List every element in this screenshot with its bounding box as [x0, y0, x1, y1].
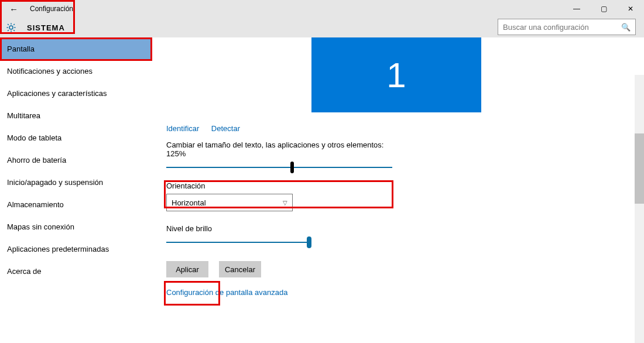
sidebar-item-almacenamiento[interactable]: Almacenamiento: [0, 193, 152, 215]
sidebar: Pantalla Notificaciones y acciones Aplic…: [0, 37, 152, 343]
sidebar-item-notificaciones[interactable]: Notificaciones y acciones: [0, 60, 152, 82]
sidebar-item-mapas[interactable]: Mapas sin conexión: [0, 215, 152, 238]
window-controls: — ▢ ✕: [563, 0, 644, 18]
sidebar-item-label: Modo de tableta: [7, 133, 61, 142]
brightness-slider-thumb[interactable]: [307, 236, 311, 248]
search-icon: 🔍: [621, 23, 631, 32]
apply-button[interactable]: Aplicar: [166, 261, 208, 277]
search-input[interactable]: [503, 23, 621, 32]
sidebar-item-label: Acerca de: [7, 267, 42, 276]
sidebar-item-ahorro-bateria[interactable]: Ahorro de batería: [0, 149, 152, 171]
search-box[interactable]: 🔍: [498, 19, 636, 35]
identify-link[interactable]: Identificar: [166, 124, 199, 133]
titlebar: ← Configuración — ▢ ✕: [0, 0, 644, 18]
sidebar-item-multitarea[interactable]: Multitarea: [0, 104, 152, 126]
sidebar-item-acerca-de[interactable]: Acerca de: [0, 260, 152, 282]
sidebar-item-label: Multitarea: [7, 111, 40, 120]
sidebar-item-label: Notificaciones y acciones: [7, 67, 93, 76]
system-heading: SISTEMA: [27, 23, 65, 32]
scale-section: Cambiar el tamaño del texto, las aplicac…: [166, 140, 392, 173]
sidebar-item-label: Inicio/apagado y suspensión: [7, 178, 103, 187]
orientation-dropdown[interactable]: Horizontal ▽: [166, 194, 293, 211]
orientation-selected: Horizontal: [172, 198, 206, 207]
chevron-down-icon: ▽: [283, 200, 287, 206]
header-bar: SISTEMA 🔍: [0, 18, 644, 37]
sidebar-item-aplicaciones-caracteristicas[interactable]: Aplicaciones y características: [0, 82, 152, 104]
body: Pantalla Notificaciones y acciones Aplic…: [0, 37, 644, 343]
maximize-button[interactable]: ▢: [590, 0, 617, 18]
cancel-button[interactable]: Cancelar: [219, 261, 261, 277]
gear-icon: [6, 22, 16, 33]
sidebar-item-inicio-apagado[interactable]: Inicio/apagado y suspensión: [0, 171, 152, 193]
sidebar-item-label: Pantalla: [7, 44, 35, 53]
sidebar-item-modo-tableta[interactable]: Modo de tableta: [0, 126, 152, 149]
back-arrow-icon[interactable]: ←: [6, 4, 22, 14]
scale-label: Cambiar el tamaño del texto, las aplicac…: [166, 140, 392, 158]
scrollbar-thumb[interactable]: [635, 133, 644, 204]
sidebar-item-label: Almacenamiento: [7, 200, 64, 209]
sidebar-item-label: Ahorro de batería: [7, 156, 66, 164]
sidebar-item-label: Aplicaciones predeterminadas: [7, 245, 109, 253]
brightness-slider[interactable]: [166, 236, 310, 248]
close-button[interactable]: ✕: [617, 0, 644, 18]
sidebar-item-label: Mapas sin conexión: [7, 222, 74, 231]
monitor-tile[interactable]: 1: [311, 37, 481, 112]
brightness-label: Nivel de brillo: [166, 224, 644, 233]
sidebar-item-aplicaciones-predeterminadas[interactable]: Aplicaciones predeterminadas: [0, 238, 152, 260]
content-area: 1 Identificar Detectar Cambiar el tamaño…: [152, 37, 644, 343]
vertical-scrollbar[interactable]: [635, 75, 644, 343]
display-links-row: Identificar Detectar: [166, 123, 644, 133]
minimize-button[interactable]: —: [563, 0, 590, 18]
monitor-preview-area: 1: [166, 37, 626, 112]
advanced-display-link[interactable]: Configuración de pantalla avanzada: [166, 288, 287, 297]
sidebar-item-pantalla[interactable]: Pantalla: [0, 37, 152, 60]
detect-link[interactable]: Detectar: [211, 124, 240, 133]
orientation-label: Orientación: [166, 181, 644, 190]
scale-slider-thumb[interactable]: [290, 162, 294, 173]
window-title: Configuración: [30, 5, 73, 13]
sidebar-item-label: Aplicaciones y características: [7, 89, 107, 98]
button-row: Aplicar Cancelar: [166, 261, 644, 277]
monitor-number: 1: [386, 55, 406, 95]
scale-slider[interactable]: [166, 162, 392, 173]
